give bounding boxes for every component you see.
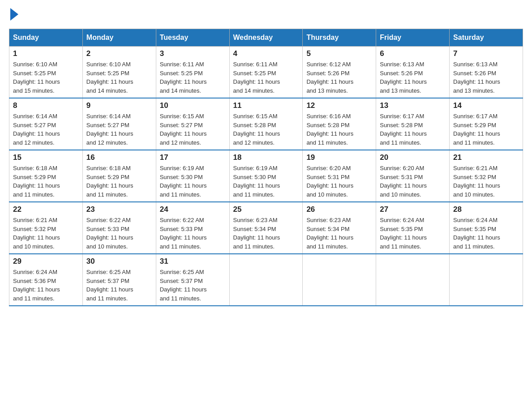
day-info: Sunrise: 6:13 AM Sunset: 5:26 PM Dayligh… bbox=[380, 60, 446, 95]
day-number: 1 bbox=[13, 49, 79, 58]
day-info: Sunrise: 6:11 AM Sunset: 5:25 PM Dayligh… bbox=[233, 60, 299, 95]
day-info: Sunrise: 6:25 AM Sunset: 5:37 PM Dayligh… bbox=[160, 268, 226, 303]
day-number: 19 bbox=[306, 153, 372, 162]
day-number: 14 bbox=[453, 101, 519, 110]
calendar-cell: 11Sunrise: 6:15 AM Sunset: 5:28 PM Dayli… bbox=[229, 98, 303, 150]
day-number: 22 bbox=[13, 205, 79, 214]
day-info: Sunrise: 6:21 AM Sunset: 5:32 PM Dayligh… bbox=[453, 164, 519, 199]
day-info: Sunrise: 6:10 AM Sunset: 5:25 PM Dayligh… bbox=[13, 60, 79, 95]
day-info: Sunrise: 6:24 AM Sunset: 5:35 PM Dayligh… bbox=[380, 216, 446, 251]
day-number: 9 bbox=[86, 101, 152, 110]
day-info: Sunrise: 6:20 AM Sunset: 5:31 PM Dayligh… bbox=[380, 164, 446, 199]
calendar-cell: 8Sunrise: 6:14 AM Sunset: 5:27 PM Daylig… bbox=[9, 98, 83, 150]
calendar-cell bbox=[303, 254, 376, 306]
calendar-cell: 3Sunrise: 6:11 AM Sunset: 5:25 PM Daylig… bbox=[156, 47, 229, 98]
day-header-thursday: Thursday bbox=[303, 29, 376, 47]
day-info: Sunrise: 6:14 AM Sunset: 5:27 PM Dayligh… bbox=[86, 112, 152, 147]
day-number: 23 bbox=[86, 205, 152, 214]
day-number: 26 bbox=[306, 205, 372, 214]
calendar-cell: 29Sunrise: 6:24 AM Sunset: 5:36 PM Dayli… bbox=[9, 254, 83, 306]
calendar-week-5: 29Sunrise: 6:24 AM Sunset: 5:36 PM Dayli… bbox=[9, 254, 523, 306]
calendar-cell: 14Sunrise: 6:17 AM Sunset: 5:29 PM Dayli… bbox=[450, 98, 523, 150]
day-number: 20 bbox=[380, 153, 446, 162]
calendar-cell: 20Sunrise: 6:20 AM Sunset: 5:31 PM Dayli… bbox=[376, 150, 450, 202]
calendar-table: SundayMondayTuesdayWednesdayThursdayFrid… bbox=[9, 29, 523, 306]
day-info: Sunrise: 6:19 AM Sunset: 5:30 PM Dayligh… bbox=[233, 164, 299, 199]
calendar-cell: 26Sunrise: 6:23 AM Sunset: 5:34 PM Dayli… bbox=[303, 202, 376, 254]
day-info: Sunrise: 6:15 AM Sunset: 5:27 PM Dayligh… bbox=[160, 112, 226, 147]
calendar-cell: 25Sunrise: 6:23 AM Sunset: 5:34 PM Dayli… bbox=[229, 202, 303, 254]
calendar-cell: 30Sunrise: 6:25 AM Sunset: 5:37 PM Dayli… bbox=[82, 254, 156, 306]
calendar-cell: 21Sunrise: 6:21 AM Sunset: 5:32 PM Dayli… bbox=[450, 150, 523, 202]
day-info: Sunrise: 6:12 AM Sunset: 5:26 PM Dayligh… bbox=[306, 60, 372, 95]
day-number: 17 bbox=[160, 153, 226, 162]
day-number: 5 bbox=[306, 49, 372, 58]
day-number: 8 bbox=[13, 101, 79, 110]
day-number: 13 bbox=[380, 101, 446, 110]
day-number: 3 bbox=[160, 49, 226, 58]
calendar-cell bbox=[229, 254, 303, 306]
day-number: 16 bbox=[86, 153, 152, 162]
day-info: Sunrise: 6:23 AM Sunset: 5:34 PM Dayligh… bbox=[306, 216, 372, 251]
calendar-cell: 15Sunrise: 6:18 AM Sunset: 5:29 PM Dayli… bbox=[9, 150, 83, 202]
day-info: Sunrise: 6:14 AM Sunset: 5:27 PM Dayligh… bbox=[13, 112, 79, 147]
calendar-cell: 7Sunrise: 6:13 AM Sunset: 5:26 PM Daylig… bbox=[450, 47, 523, 98]
calendar-cell: 23Sunrise: 6:22 AM Sunset: 5:33 PM Dayli… bbox=[82, 202, 156, 254]
day-info: Sunrise: 6:11 AM Sunset: 5:25 PM Dayligh… bbox=[160, 60, 226, 95]
calendar-week-4: 22Sunrise: 6:21 AM Sunset: 5:32 PM Dayli… bbox=[9, 202, 523, 254]
day-number: 27 bbox=[380, 205, 446, 214]
day-info: Sunrise: 6:23 AM Sunset: 5:34 PM Dayligh… bbox=[233, 216, 299, 251]
day-info: Sunrise: 6:21 AM Sunset: 5:32 PM Dayligh… bbox=[13, 216, 79, 251]
day-header-saturday: Saturday bbox=[450, 29, 523, 47]
calendar-cell: 9Sunrise: 6:14 AM Sunset: 5:27 PM Daylig… bbox=[82, 98, 156, 150]
logo bbox=[9, 9, 18, 21]
calendar-cell: 6Sunrise: 6:13 AM Sunset: 5:26 PM Daylig… bbox=[376, 47, 450, 98]
day-info: Sunrise: 6:17 AM Sunset: 5:28 PM Dayligh… bbox=[380, 112, 446, 147]
day-info: Sunrise: 6:19 AM Sunset: 5:30 PM Dayligh… bbox=[160, 164, 226, 199]
day-info: Sunrise: 6:15 AM Sunset: 5:28 PM Dayligh… bbox=[233, 112, 299, 147]
day-number: 24 bbox=[160, 205, 226, 214]
calendar-cell: 28Sunrise: 6:24 AM Sunset: 5:35 PM Dayli… bbox=[450, 202, 523, 254]
calendar-cell: 2Sunrise: 6:10 AM Sunset: 5:25 PM Daylig… bbox=[82, 47, 156, 98]
day-info: Sunrise: 6:24 AM Sunset: 5:35 PM Dayligh… bbox=[453, 216, 519, 251]
day-number: 12 bbox=[306, 101, 372, 110]
day-header-wednesday: Wednesday bbox=[229, 29, 303, 47]
calendar-cell: 19Sunrise: 6:20 AM Sunset: 5:31 PM Dayli… bbox=[303, 150, 376, 202]
logo-arrow-icon bbox=[10, 8, 18, 21]
page-header bbox=[9, 9, 523, 21]
day-number: 15 bbox=[13, 153, 79, 162]
calendar-cell: 24Sunrise: 6:22 AM Sunset: 5:33 PM Dayli… bbox=[156, 202, 229, 254]
day-info: Sunrise: 6:22 AM Sunset: 5:33 PM Dayligh… bbox=[86, 216, 152, 251]
day-number: 30 bbox=[86, 257, 152, 266]
calendar-cell: 13Sunrise: 6:17 AM Sunset: 5:28 PM Dayli… bbox=[376, 98, 450, 150]
day-number: 31 bbox=[160, 257, 226, 266]
day-info: Sunrise: 6:24 AM Sunset: 5:36 PM Dayligh… bbox=[13, 268, 79, 303]
calendar-cell: 17Sunrise: 6:19 AM Sunset: 5:30 PM Dayli… bbox=[156, 150, 229, 202]
day-number: 2 bbox=[86, 49, 152, 58]
calendar-cell bbox=[450, 254, 523, 306]
day-number: 7 bbox=[453, 49, 519, 58]
calendar-week-2: 8Sunrise: 6:14 AM Sunset: 5:27 PM Daylig… bbox=[9, 98, 523, 150]
calendar-week-1: 1Sunrise: 6:10 AM Sunset: 5:25 PM Daylig… bbox=[9, 47, 523, 98]
day-info: Sunrise: 6:13 AM Sunset: 5:26 PM Dayligh… bbox=[453, 60, 519, 95]
calendar-header-row: SundayMondayTuesdayWednesdayThursdayFrid… bbox=[9, 29, 523, 47]
day-info: Sunrise: 6:20 AM Sunset: 5:31 PM Dayligh… bbox=[306, 164, 372, 199]
day-header-monday: Monday bbox=[82, 29, 156, 47]
calendar-cell: 4Sunrise: 6:11 AM Sunset: 5:25 PM Daylig… bbox=[229, 47, 303, 98]
calendar-cell: 31Sunrise: 6:25 AM Sunset: 5:37 PM Dayli… bbox=[156, 254, 229, 306]
day-number: 6 bbox=[380, 49, 446, 58]
day-info: Sunrise: 6:25 AM Sunset: 5:37 PM Dayligh… bbox=[86, 268, 152, 303]
calendar-week-3: 15Sunrise: 6:18 AM Sunset: 5:29 PM Dayli… bbox=[9, 150, 523, 202]
day-number: 18 bbox=[233, 153, 299, 162]
calendar-cell: 16Sunrise: 6:18 AM Sunset: 5:29 PM Dayli… bbox=[82, 150, 156, 202]
day-number: 4 bbox=[233, 49, 299, 58]
day-number: 25 bbox=[233, 205, 299, 214]
day-info: Sunrise: 6:18 AM Sunset: 5:29 PM Dayligh… bbox=[86, 164, 152, 199]
calendar-cell: 27Sunrise: 6:24 AM Sunset: 5:35 PM Dayli… bbox=[376, 202, 450, 254]
calendar-cell: 12Sunrise: 6:16 AM Sunset: 5:28 PM Dayli… bbox=[303, 98, 376, 150]
calendar-cell: 22Sunrise: 6:21 AM Sunset: 5:32 PM Dayli… bbox=[9, 202, 83, 254]
day-header-tuesday: Tuesday bbox=[156, 29, 229, 47]
calendar-cell: 18Sunrise: 6:19 AM Sunset: 5:30 PM Dayli… bbox=[229, 150, 303, 202]
calendar-cell: 5Sunrise: 6:12 AM Sunset: 5:26 PM Daylig… bbox=[303, 47, 376, 98]
day-info: Sunrise: 6:22 AM Sunset: 5:33 PM Dayligh… bbox=[160, 216, 226, 251]
